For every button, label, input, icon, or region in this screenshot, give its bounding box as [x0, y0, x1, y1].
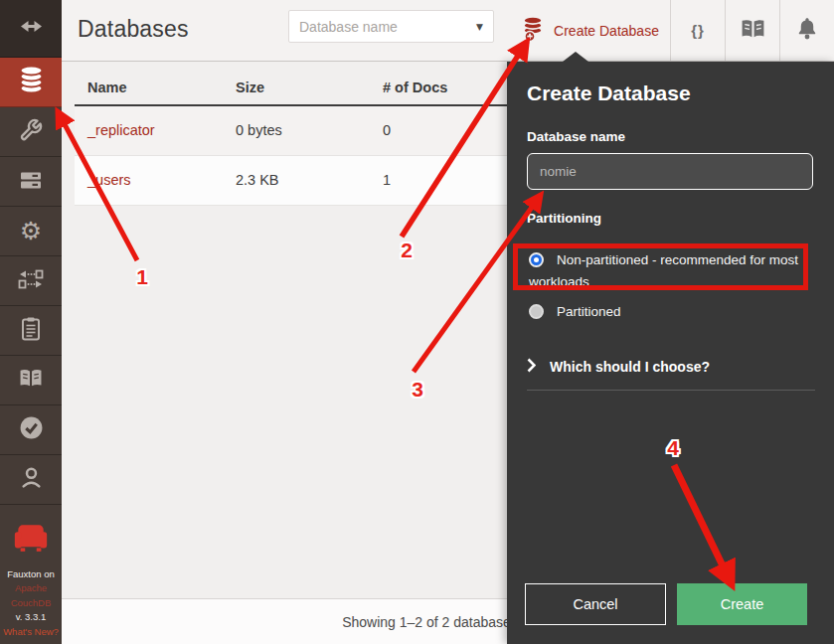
json-docs-button[interactable]: {}	[671, 0, 725, 61]
database-icon	[18, 66, 45, 98]
fauxton-screen: ⚙	[0, 0, 834, 644]
chevron-right-icon	[527, 358, 536, 376]
apache-couchdb-link[interactable]: Apache CouchDB	[0, 581, 62, 610]
gear-icon: ⚙	[20, 219, 42, 243]
page-title: Databases	[78, 16, 189, 43]
replication-icon	[18, 267, 44, 295]
database-name-filter[interactable]: ▼	[288, 10, 494, 43]
sidebar-item-active-tasks[interactable]	[0, 157, 62, 207]
notifications-button[interactable]	[780, 0, 834, 61]
radio-unselected-icon[interactable]	[529, 304, 544, 319]
double-arrow-icon	[19, 15, 44, 42]
create-database-button[interactable]: Create Database	[511, 0, 670, 61]
tray-title: Create Database	[527, 81, 691, 105]
sidebar-item-documents[interactable]	[0, 306, 62, 356]
non-partitioned-option[interactable]: Non-partitioned - recommended for most w…	[529, 249, 813, 293]
database-name-input[interactable]	[527, 153, 813, 190]
header-actions: Create Database {}	[511, 0, 834, 61]
tray-divider	[527, 390, 815, 391]
which-should-i-choose-toggle[interactable]: Which should I choose?	[527, 358, 710, 376]
non-partitioned-option-label: Non-partitioned - recommended for most w…	[529, 252, 798, 289]
sidebar-item-verify[interactable]	[0, 405, 62, 455]
book-icon	[740, 17, 766, 45]
showing-status-text: Showing 1–2 of 2 databases	[342, 614, 518, 630]
size-cell: 0 bytes	[223, 105, 370, 155]
sidebar-item-documentation[interactable]	[0, 356, 62, 405]
help-toggle-label: Which should I choose?	[550, 359, 710, 375]
column-header-name: Name	[75, 80, 223, 105]
database-add-icon	[522, 16, 546, 46]
partitioned-option[interactable]: Partitioned	[529, 301, 813, 323]
sidebar-item-replication[interactable]	[0, 256, 62, 306]
create-button[interactable]: Create	[677, 583, 807, 625]
braces-icon: {}	[691, 22, 705, 39]
check-circle-icon	[19, 415, 44, 444]
database-name-filter-input[interactable]	[289, 11, 466, 42]
annotation-step-1: 1	[136, 265, 148, 289]
top-header-bar: Databases ▼ Create	[62, 0, 834, 62]
database-link-replicator[interactable]: _replicator	[87, 122, 155, 138]
couch-logo-icon	[0, 523, 62, 558]
partitioned-option-label: Partitioned	[557, 304, 621, 319]
tray-caret	[563, 52, 588, 62]
sidebar: ⚙	[0, 0, 62, 644]
book-icon	[18, 367, 44, 394]
clipboard-icon	[20, 316, 42, 346]
sidebar-footer: Fauxton on Apache CouchDB v. 3.3.1 What'…	[0, 523, 62, 639]
fauxton-on-label: Fauxton on	[0, 567, 62, 582]
annotation-step-3: 3	[412, 378, 423, 402]
sidebar-item-databases[interactable]	[0, 58, 62, 107]
radio-selected-icon[interactable]	[529, 252, 544, 267]
create-database-tray: Create Database Database name Partitioni…	[507, 62, 834, 644]
create-database-label: Create Database	[554, 23, 659, 39]
partitioning-label: Partitioning	[527, 211, 601, 226]
sidebar-toggle-button[interactable]	[0, 0, 62, 58]
server-icon	[19, 168, 43, 196]
bell-icon	[795, 16, 819, 46]
database-link-users[interactable]: _users	[87, 172, 131, 188]
cancel-button[interactable]: Cancel	[525, 583, 666, 625]
user-icon	[19, 465, 44, 494]
database-name-label: Database name	[527, 129, 625, 144]
version-label: v. 3.3.1	[0, 610, 62, 625]
annotation-step-2: 2	[401, 239, 413, 262]
whats-new-link[interactable]: What's New?	[0, 625, 62, 640]
chevron-down-icon: ▼	[476, 22, 483, 32]
sidebar-item-setup[interactable]	[0, 107, 62, 157]
wrench-icon	[19, 118, 43, 146]
column-header-size: Size	[223, 80, 370, 105]
sidebar-item-account[interactable]	[0, 455, 62, 505]
size-cell: 2.3 KB	[223, 155, 370, 205]
documentation-button[interactable]	[726, 0, 779, 61]
sidebar-item-configuration[interactable]: ⚙	[0, 207, 62, 256]
